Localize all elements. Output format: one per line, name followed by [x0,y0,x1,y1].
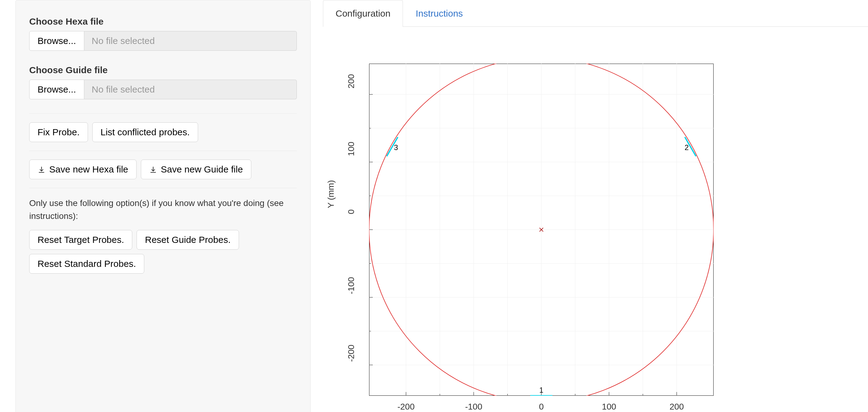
hexa-file-label: Choose Hexa file [29,16,297,27]
x-tick: 0 [526,402,557,412]
x-tick: 100 [594,402,624,412]
tabs: Configuration Instructions [323,0,868,27]
plot-container: Y (mm) 200 100 0 -100 -200 -200 -100 0 1… [329,64,729,412]
x-tick: -100 [458,402,489,412]
separator [29,114,297,114]
y-tick: 200 [346,74,356,100]
guide-browse-button[interactable]: Browse... [29,80,84,99]
fix-probe-button[interactable]: Fix Probe. [29,122,88,142]
plot-svg[interactable]: 123 [369,64,714,396]
guide-file-label: Choose Guide file [29,65,297,75]
save-hexa-button[interactable]: Save new Hexa file [29,160,136,179]
y-tick: 100 [346,142,356,167]
download-icon [37,165,45,173]
x-tick: 200 [661,402,692,412]
list-conflict-button[interactable]: List conflicted probes. [92,122,198,142]
x-tick: -200 [391,402,422,412]
save-guide-button[interactable]: Save new Guide file [141,160,251,179]
y-tick: -100 [346,277,356,303]
probe-label: 3 [394,143,398,152]
save-guide-label: Save new Guide file [161,164,243,175]
sidebar: Choose Hexa file Browse... No file selec… [16,0,311,412]
probe-label: 2 [685,143,689,152]
separator [29,151,297,151]
reset-standard-button[interactable]: Reset Standard Probes. [29,254,144,274]
y-axis-label: Y (mm) [326,180,336,208]
tab-configuration[interactable]: Configuration [323,0,403,27]
y-tick: 0 [346,210,356,235]
hexa-browse-button[interactable]: Browse... [29,31,84,51]
reset-target-button[interactable]: Reset Target Probes. [29,230,132,250]
probe-label: 1 [539,386,543,394]
separator [29,188,297,188]
tab-instructions[interactable]: Instructions [403,0,475,27]
guide-file-status: No file selected [84,80,297,99]
save-hexa-label: Save new Hexa file [49,164,128,175]
warning-note: Only use the following option(s) if you … [29,197,297,223]
guide-file-row: Browse... No file selected [29,80,297,99]
hexa-file-row: Browse... No file selected [29,31,297,51]
main-panel: Configuration Instructions Y (mm) 200 10… [323,0,868,412]
reset-guide-button[interactable]: Reset Guide Probes. [136,230,239,250]
hexa-file-status: No file selected [84,31,297,51]
y-tick: -200 [346,345,356,371]
download-icon [149,165,157,173]
